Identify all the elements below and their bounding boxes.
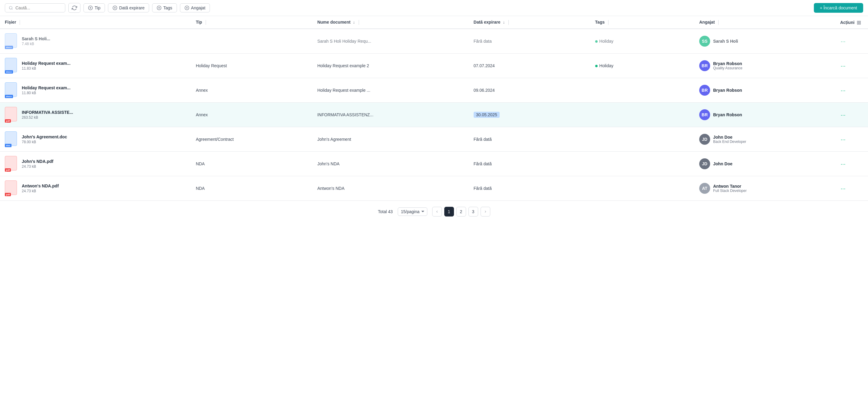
tip-cell-0 (191, 29, 312, 54)
numedoc-cell-4: John's Agreement (312, 127, 469, 152)
file-icon: pdf (5, 180, 18, 196)
file-icon: docx (5, 58, 18, 74)
employee-cell-3: BR Bryan Robson (694, 103, 833, 127)
file-name: John's Agreement.doc (22, 135, 67, 139)
actions-cell-5: ··· (833, 152, 868, 176)
file-cell-6[interactable]: pdf Antwon's NDA.pdf 24.73 kB (0, 176, 191, 201)
numedoc-cell-6: Antwon's NDA (312, 176, 469, 201)
tags-cell-1: Holiday (590, 54, 694, 78)
employee-info: John Doe (713, 161, 733, 166)
tags-cell-5 (590, 152, 694, 176)
tip-cell-3: Annex (191, 103, 312, 127)
employee-role: Back End Developer (713, 140, 746, 144)
employee-cell-0: SS Sarah S Holi (694, 29, 833, 54)
col-header-tip: Tip (191, 16, 312, 29)
col-header-dataexp[interactable]: Dată expirare ↓ (469, 16, 590, 29)
tags-cell-0: Holiday (590, 29, 694, 54)
file-icon: pdf (5, 156, 18, 172)
file-cell-1[interactable]: docx Holiday Request exam... 11.83 kB (0, 54, 191, 78)
file-name: Sarah S Holi... (22, 36, 50, 41)
dataexp-cell-5: Fără dată (469, 152, 590, 176)
page-size-select[interactable]: 15/pagina 25/pagina 50/pagina (398, 207, 427, 216)
filter-tags-button[interactable]: Tags (152, 3, 177, 12)
dataexp-cell-6: Fără dată (469, 176, 590, 201)
file-cell-3[interactable]: pdf INFORMATIVA ASSISTE... 263.52 kB (0, 103, 191, 127)
numedoc-cell-3: INFORMATIVA ASSISTENZ... (312, 103, 469, 127)
page-3-button[interactable]: 3 (468, 207, 478, 217)
svg-rect-6 (859, 21, 861, 22)
tags-cell-3 (590, 103, 694, 127)
dataexp-cell-1: 07.07.2024 (469, 54, 590, 78)
search-box[interactable] (5, 3, 65, 12)
file-badge: pdf (5, 193, 11, 196)
employee-name: John Doe (713, 135, 746, 140)
file-icon: docx (5, 33, 18, 49)
employee-cell-1: BR Bryan Robson Quality Assurance (694, 54, 833, 78)
file-name: INFORMATIVA ASSISTE... (22, 110, 73, 115)
col-divider (206, 20, 206, 25)
upload-button[interactable]: + Încarcă document (814, 3, 863, 13)
col-header-actiuni: Acțiuni (833, 16, 868, 29)
employee-name: Sarah S Holi (713, 39, 738, 44)
tip-cell-4: Agreement/Contract (191, 127, 312, 152)
file-size: 24.73 kB (22, 164, 53, 169)
actions-menu-button[interactable]: ··· (838, 37, 848, 46)
filter-tip-label: Tip (95, 5, 100, 10)
table-row: docx Sarah S Holi... 7.48 kB Sarah S Hol… (0, 29, 868, 54)
file-info: John's NDA.pdf 24.73 kB (22, 159, 53, 169)
dataexp-cell-4: Fără dată (469, 127, 590, 152)
file-cell-4[interactable]: doc John's Agreement.doc 78.00 kB (0, 127, 191, 152)
file-size: 263.52 kB (22, 115, 73, 120)
avatar: AT (699, 183, 710, 194)
col-header-numedoc[interactable]: Nume document ↓ (312, 16, 469, 29)
circle-plus-icon-2 (113, 5, 117, 10)
page-1-button[interactable]: 1 (444, 207, 454, 217)
search-input[interactable] (16, 5, 61, 10)
table-row: pdf INFORMATIVA ASSISTE... 263.52 kB Ann… (0, 103, 868, 127)
filter-employee-button[interactable]: Angajat (180, 3, 210, 12)
table-row: doc John's Agreement.doc 78.00 kB Agreem… (0, 127, 868, 152)
employee-role: Quality Assurance (713, 66, 743, 70)
tip-cell-1: Holiday Request (191, 54, 312, 78)
page-2-button[interactable]: 2 (456, 207, 466, 217)
file-badge: docx (5, 46, 13, 49)
numedoc-cell-5: John's NDA (312, 152, 469, 176)
refresh-button[interactable] (68, 3, 81, 13)
file-name: Holiday Request exam... (22, 61, 70, 66)
file-cell-0[interactable]: docx Sarah S Holi... 7.48 kB (0, 29, 191, 54)
avatar: SS (699, 36, 710, 47)
actions-menu-button[interactable]: ··· (838, 61, 848, 71)
total-label: Total 43 (378, 209, 393, 214)
prev-page-button[interactable] (432, 207, 442, 217)
avatar: JD (699, 134, 710, 145)
file-cell-2[interactable]: docx Holiday Request exam... 11.80 kB (0, 78, 191, 103)
avatar: JD (699, 158, 710, 169)
actions-menu-button[interactable]: ··· (838, 86, 848, 95)
actions-menu-button[interactable]: ··· (838, 159, 848, 169)
actions-menu-button[interactable]: ··· (838, 135, 848, 144)
next-page-button[interactable] (480, 207, 490, 217)
filter-date-button[interactable]: Dată expirare (108, 3, 149, 12)
col-divider (20, 20, 20, 25)
numedoc-cell-1: Holiday Request example 2 (312, 54, 469, 78)
dataexp-cell-0: Fără data (469, 29, 590, 54)
actions-menu-button[interactable]: ··· (838, 110, 848, 120)
file-size: 11.83 kB (22, 66, 70, 71)
file-badge: docx (5, 70, 13, 74)
file-badge: pdf (5, 119, 11, 123)
table-row: docx Holiday Request exam... 11.80 kB An… (0, 78, 868, 103)
employee-cell-5: JD John Doe (694, 152, 833, 176)
employee-info: John Doe Back End Developer (713, 135, 746, 144)
employee-name: Antwon Tanor (713, 184, 747, 189)
col-divider (718, 20, 719, 25)
employee-info: Bryan Robson (713, 88, 742, 93)
file-cell-5[interactable]: pdf John's NDA.pdf 24.73 kB (0, 152, 191, 176)
employee-name: Bryan Robson (713, 61, 743, 66)
avatar: BR (699, 85, 710, 96)
svg-rect-8 (859, 23, 861, 24)
filter-date-label: Dată expirare (119, 5, 145, 10)
search-icon (9, 5, 13, 10)
actions-menu-button[interactable]: ··· (838, 184, 848, 193)
filter-tip-button[interactable]: Tip (84, 3, 105, 12)
actions-cell-1: ··· (833, 54, 868, 78)
